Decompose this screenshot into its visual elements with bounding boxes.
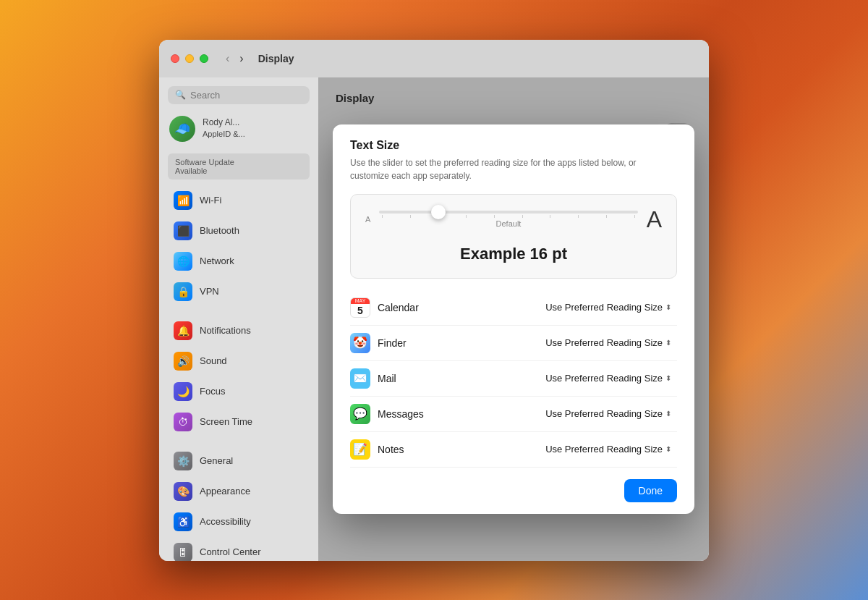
- done-button[interactable]: Done: [624, 479, 677, 502]
- sidebar-item-appearance-label: Appearance: [200, 486, 250, 497]
- sidebar-item-general-label: General: [200, 455, 233, 466]
- sidebar-item-controlcenter[interactable]: 🎛 Control Center: [163, 538, 314, 561]
- window-title: Display: [258, 53, 294, 64]
- tick: [410, 215, 411, 218]
- main-content: Display Invert colors Classic Night Shif…: [318, 77, 709, 561]
- calendar-icon: MAY 5: [350, 297, 370, 318]
- sidebar-item-wifi[interactable]: 📶 Wi-Fi: [163, 186, 314, 215]
- messages-select[interactable]: Use Preferred Reading Size ⬍: [540, 405, 677, 422]
- app-list: MAY 5 Calendar Use Preferred Reading Siz…: [333, 290, 694, 468]
- slider-ticks: [379, 215, 637, 218]
- modal-overlay: Text Size Use the slider to set the pref…: [318, 77, 709, 561]
- sidebar-item-screentime[interactable]: ⏱ Screen Time: [163, 407, 314, 436]
- slider-container: A: [365, 206, 662, 233]
- mail-select[interactable]: Use Preferred Reading Size ⬍: [540, 370, 677, 386]
- calendar-select[interactable]: Use Preferred Reading Size ⬍: [540, 299, 677, 316]
- forward-button[interactable]: ›: [237, 51, 246, 67]
- user-subtitle: AppleID &...: [203, 129, 245, 140]
- general-icon: ⚙️: [174, 452, 192, 470]
- maximize-button[interactable]: [200, 54, 208, 63]
- user-section[interactable]: 🧢 Rody Al... AppleID &...: [159, 110, 318, 148]
- bluetooth-icon: ⬛: [174, 221, 192, 240]
- sidebar-item-network-label: Network: [200, 255, 234, 266]
- sidebar-item-appearance[interactable]: 🎨 Appearance: [163, 477, 314, 506]
- notes-select[interactable]: Use Preferred Reading Size ⬍: [540, 441, 677, 457]
- sidebar-item-accessibility[interactable]: ♿ Accessibility: [163, 507, 314, 536]
- tick: [494, 215, 495, 218]
- appearance-icon: 🎨: [174, 482, 192, 501]
- finder-select[interactable]: Use Preferred Reading Size ⬍: [540, 334, 677, 351]
- sidebar-item-notifications-label: Notifications: [200, 325, 251, 336]
- nav-arrows: ‹ ›: [223, 51, 247, 67]
- slider-track[interactable]: [379, 211, 637, 214]
- modal-subtitle: Use the slider to set the preferred read…: [350, 156, 677, 182]
- slider-small-label: A: [365, 215, 370, 224]
- tick: [634, 215, 635, 218]
- mail-name: Mail: [378, 373, 396, 384]
- sidebar-item-vpn-label: VPN: [200, 286, 219, 297]
- notifications-icon: 🔔: [174, 321, 192, 340]
- sidebar-item-sound-label: Sound: [200, 355, 227, 366]
- slider-section: A: [350, 194, 677, 279]
- stepper-icon: ⬍: [665, 410, 671, 418]
- sidebar-item-bluetooth-label: Bluetooth: [200, 225, 239, 236]
- focus-icon: 🌙: [174, 382, 192, 401]
- tick: [382, 215, 383, 218]
- minimize-button[interactable]: [185, 54, 194, 63]
- wifi-icon: 📶: [174, 191, 192, 210]
- sound-icon: 🔊: [174, 352, 192, 371]
- app-row-notes: 📝 Notes Use Preferred Reading Size ⬍: [350, 432, 677, 468]
- mail-icon: ✉️: [350, 368, 370, 389]
- sidebar-item-bluetooth[interactable]: ⬛ Bluetooth: [163, 216, 314, 245]
- user-name: Rody Al...: [203, 117, 245, 129]
- search-bar[interactable]: 🔍: [168, 86, 310, 104]
- slider-wrapper: Default: [379, 211, 637, 228]
- sidebar-item-focus[interactable]: 🌙 Focus: [163, 377, 314, 406]
- notes-icon: 📝: [350, 439, 370, 460]
- notes-name: Notes: [378, 444, 404, 455]
- sidebar-item-screentime-label: Screen Time: [200, 416, 252, 427]
- sidebar-item-general[interactable]: ⚙️ General: [163, 447, 314, 476]
- modal-title: Text Size: [350, 139, 677, 152]
- slider-thumb[interactable]: [431, 205, 446, 219]
- messages-icon: 💬: [350, 404, 370, 424]
- sidebar-item-controlcenter-label: Control Center: [200, 546, 261, 557]
- tick: [578, 215, 579, 218]
- example-text: Example 16 pt: [365, 239, 662, 266]
- sidebar-item-accessibility-label: Accessibility: [200, 516, 251, 527]
- sidebar-item-focus-label: Focus: [200, 386, 225, 397]
- vpn-icon: 🔒: [174, 282, 192, 301]
- slider-large-label: A: [647, 206, 662, 233]
- stepper-icon: ⬍: [665, 374, 671, 382]
- sidebar-item-sound[interactable]: 🔊 Sound: [163, 347, 314, 376]
- stepper-icon: ⬍: [665, 445, 671, 453]
- system-preferences-window: ‹ › Display 🔍 🧢 Rody Al... AppleID &... …: [159, 40, 709, 561]
- stepper-icon: ⬍: [665, 303, 671, 311]
- tick: [606, 215, 607, 218]
- tick: [522, 215, 523, 218]
- app-row-calendar: MAY 5 Calendar Use Preferred Reading Siz…: [350, 290, 677, 326]
- modal-header: Text Size Use the slider to set the pref…: [333, 124, 694, 182]
- sidebar-item-network[interactable]: 🌐 Network: [163, 247, 314, 276]
- close-button[interactable]: [171, 54, 179, 63]
- network-icon: 🌐: [174, 252, 192, 271]
- messages-name: Messages: [378, 408, 424, 420]
- search-input[interactable]: [190, 90, 302, 101]
- finder-icon: 🤡: [350, 333, 370, 353]
- sidebar-item-vpn[interactable]: 🔒 VPN: [163, 277, 314, 306]
- app-row-messages: 💬 Messages Use Preferred Reading Size ⬍: [350, 397, 677, 432]
- sidebar: 🔍 🧢 Rody Al... AppleID &... Software Upd…: [159, 77, 318, 561]
- tick: [550, 215, 550, 218]
- app-row-mail: ✉️ Mail Use Preferred Reading Size ⬍: [350, 361, 677, 397]
- sidebar-item-notifications[interactable]: 🔔 Notifications: [163, 316, 314, 345]
- sidebar-item-wifi-label: Wi-Fi: [200, 195, 221, 206]
- back-button[interactable]: ‹: [223, 51, 232, 67]
- controlcenter-icon: 🎛: [174, 543, 192, 561]
- search-icon: 🔍: [175, 90, 186, 100]
- accessibility-icon: ♿: [174, 512, 192, 531]
- slider-default-label: Default: [379, 219, 637, 228]
- app-row-finder: 🤡 Finder Use Preferred Reading Size ⬍: [350, 326, 677, 361]
- tick: [466, 215, 467, 218]
- avatar: 🧢: [169, 116, 195, 142]
- software-update[interactable]: Software Update Available: [168, 153, 310, 179]
